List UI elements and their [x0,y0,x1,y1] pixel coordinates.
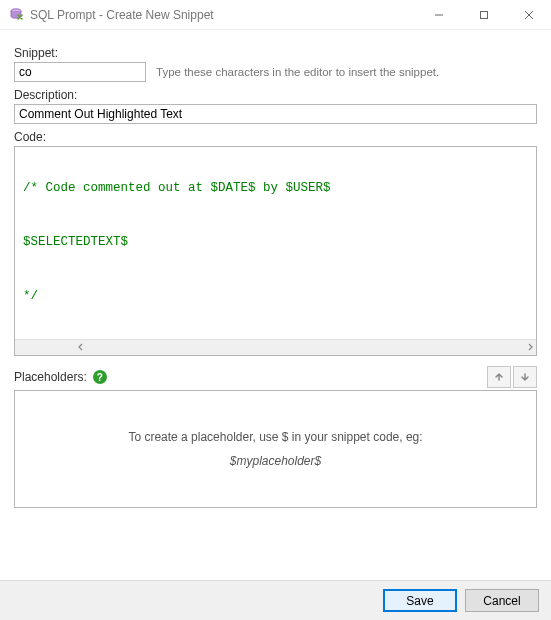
titlebar: SQL Prompt - Create New Snippet [0,0,551,30]
close-button[interactable] [506,0,551,29]
scroll-left-icon[interactable] [17,327,85,357]
placeholders-header: Placeholders: ? [14,366,537,388]
code-line: $SELECTEDTEXT$ [23,235,528,249]
move-down-button[interactable] [513,366,537,388]
maximize-button[interactable] [461,0,506,29]
snippet-hint: Type these characters in the editor to i… [156,66,439,78]
dialog-content: Snippet: Type these characters in the ed… [0,30,551,580]
placeholder-example: $myplaceholder$ [230,454,321,468]
snippet-label: Snippet: [14,46,537,60]
scroll-right-icon[interactable] [466,327,534,357]
dialog-footer: Save Cancel [0,580,551,620]
description-input[interactable] [14,104,537,124]
placeholders-list: To create a placeholder, use $ in your s… [14,390,537,508]
window-buttons [416,0,551,29]
code-label: Code: [14,130,537,144]
code-line: */ [23,289,528,303]
help-icon[interactable]: ? [93,370,107,384]
code-line: /* Code commented out at $DATE$ by $USER… [23,181,528,195]
save-button[interactable]: Save [383,589,457,612]
move-up-button[interactable] [487,366,511,388]
code-editor[interactable]: /* Code commented out at $DATE$ by $USER… [14,146,537,356]
placeholders-hint: To create a placeholder, use $ in your s… [128,430,422,444]
snippet-input[interactable] [14,62,146,82]
app-icon [8,7,24,23]
window-title: SQL Prompt - Create New Snippet [30,8,416,22]
horizontal-scrollbar[interactable] [15,339,536,355]
svg-rect-2 [480,11,487,18]
cancel-button[interactable]: Cancel [465,589,539,612]
description-label: Description: [14,88,537,102]
placeholders-label: Placeholders: [14,370,87,384]
minimize-button[interactable] [416,0,461,29]
